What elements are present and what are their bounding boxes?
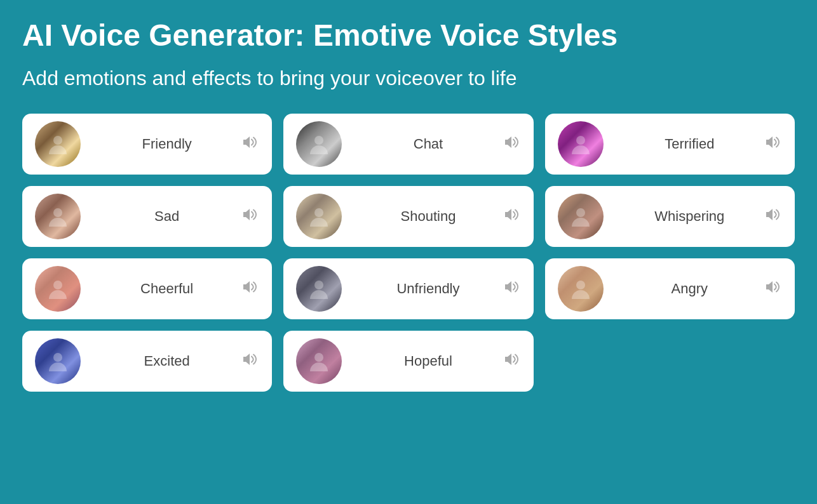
card-label-hopeful: Hopeful <box>352 353 504 369</box>
svg-point-6 <box>53 281 62 289</box>
card-label-terrified: Terrified <box>614 136 766 152</box>
sound-icon-cheerful[interactable] <box>243 280 259 298</box>
voice-card-friendly[interactable]: Friendly <box>22 114 272 175</box>
card-label-shouting: Shouting <box>352 208 504 225</box>
svg-point-1 <box>314 136 323 145</box>
sound-icon-shouting[interactable] <box>504 208 521 225</box>
voice-card-whispering[interactable]: Whispering <box>545 186 795 247</box>
sound-icon-whispering[interactable] <box>766 208 782 225</box>
voice-styles-grid: Friendly Chat <box>22 114 795 392</box>
voice-card-sad[interactable]: Sad <box>22 186 272 247</box>
avatar-excited <box>35 338 81 384</box>
avatar-terrified <box>558 121 604 167</box>
svg-point-5 <box>576 208 585 217</box>
card-label-unfriendly: Unfriendly <box>352 281 504 297</box>
page-subtitle: Add emotions and effects to bring your v… <box>22 65 795 92</box>
sound-icon-angry[interactable] <box>766 280 782 298</box>
avatar-unfriendly <box>296 266 342 312</box>
voice-card-chat[interactable]: Chat <box>283 114 533 175</box>
voice-card-shouting[interactable]: Shouting <box>283 186 533 247</box>
avatar-angry <box>558 266 604 312</box>
svg-point-2 <box>576 136 585 145</box>
sound-icon-excited[interactable] <box>243 352 259 370</box>
voice-card-unfriendly[interactable]: Unfriendly <box>283 258 533 319</box>
page-title: AI Voice Generator: Emotive Voice Styles <box>22 19 795 53</box>
svg-point-7 <box>314 281 323 289</box>
voice-card-cheerful[interactable]: Cheerful <box>22 258 272 319</box>
svg-point-9 <box>53 353 62 362</box>
card-label-angry: Angry <box>614 281 766 297</box>
avatar-sad <box>35 194 81 239</box>
avatar-whispering <box>558 194 604 239</box>
sound-icon-sad[interactable] <box>243 208 259 225</box>
sound-icon-unfriendly[interactable] <box>504 280 521 298</box>
sound-icon-friendly[interactable] <box>243 135 259 153</box>
sound-icon-hopeful[interactable] <box>504 352 521 370</box>
svg-point-8 <box>576 281 585 289</box>
avatar-cheerful <box>35 266 81 312</box>
avatar-hopeful <box>296 338 342 384</box>
card-label-friendly: Friendly <box>91 136 243 152</box>
voice-card-excited[interactable]: Excited <box>22 331 272 392</box>
card-label-chat: Chat <box>352 136 504 152</box>
voice-card-angry[interactable]: Angry <box>545 258 795 319</box>
card-label-cheerful: Cheerful <box>91 281 243 297</box>
card-label-whispering: Whispering <box>614 208 766 225</box>
avatar-friendly <box>35 121 81 167</box>
sound-icon-terrified[interactable] <box>766 135 782 153</box>
sound-icon-chat[interactable] <box>504 135 521 153</box>
avatar-chat <box>296 121 342 167</box>
svg-point-4 <box>314 208 323 217</box>
svg-point-10 <box>314 353 323 362</box>
avatar-shouting <box>296 194 342 239</box>
card-label-sad: Sad <box>91 208 243 225</box>
voice-card-terrified[interactable]: Terrified <box>545 114 795 175</box>
card-label-excited: Excited <box>91 353 243 369</box>
svg-point-0 <box>53 136 62 145</box>
voice-card-hopeful[interactable]: Hopeful <box>283 331 533 392</box>
svg-point-3 <box>53 208 62 217</box>
